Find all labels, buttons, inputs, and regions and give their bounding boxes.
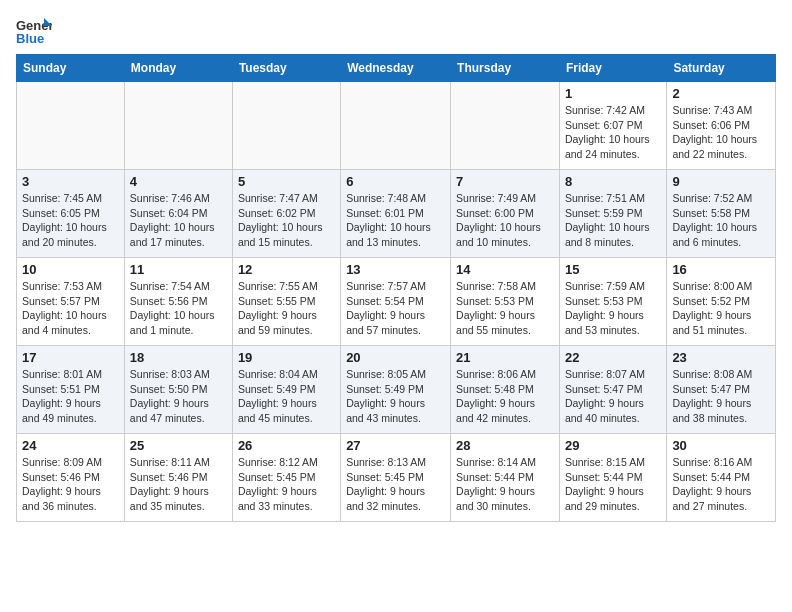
day-detail: Sunrise: 7:58 AM Sunset: 5:53 PM Dayligh… xyxy=(456,279,554,338)
calendar-cell: 10Sunrise: 7:53 AM Sunset: 5:57 PM Dayli… xyxy=(17,258,125,346)
svg-text:Blue: Blue xyxy=(16,31,44,46)
weekday-header: Friday xyxy=(559,55,666,82)
calendar-cell: 3Sunrise: 7:45 AM Sunset: 6:05 PM Daylig… xyxy=(17,170,125,258)
calendar-cell: 5Sunrise: 7:47 AM Sunset: 6:02 PM Daylig… xyxy=(232,170,340,258)
calendar-cell: 26Sunrise: 8:12 AM Sunset: 5:45 PM Dayli… xyxy=(232,434,340,522)
day-number: 2 xyxy=(672,86,770,101)
day-detail: Sunrise: 8:06 AM Sunset: 5:48 PM Dayligh… xyxy=(456,367,554,426)
calendar-cell: 15Sunrise: 7:59 AM Sunset: 5:53 PM Dayli… xyxy=(559,258,666,346)
weekday-header: Saturday xyxy=(667,55,776,82)
day-detail: Sunrise: 8:01 AM Sunset: 5:51 PM Dayligh… xyxy=(22,367,119,426)
day-detail: Sunrise: 8:00 AM Sunset: 5:52 PM Dayligh… xyxy=(672,279,770,338)
calendar-cell xyxy=(341,82,451,170)
calendar-header-row: SundayMondayTuesdayWednesdayThursdayFrid… xyxy=(17,55,776,82)
calendar-cell: 7Sunrise: 7:49 AM Sunset: 6:00 PM Daylig… xyxy=(451,170,560,258)
calendar-cell: 13Sunrise: 7:57 AM Sunset: 5:54 PM Dayli… xyxy=(341,258,451,346)
day-detail: Sunrise: 8:12 AM Sunset: 5:45 PM Dayligh… xyxy=(238,455,335,514)
calendar-cell: 11Sunrise: 7:54 AM Sunset: 5:56 PM Dayli… xyxy=(124,258,232,346)
day-number: 17 xyxy=(22,350,119,365)
calendar-cell: 20Sunrise: 8:05 AM Sunset: 5:49 PM Dayli… xyxy=(341,346,451,434)
day-number: 1 xyxy=(565,86,661,101)
calendar-table: SundayMondayTuesdayWednesdayThursdayFrid… xyxy=(16,54,776,522)
calendar-cell: 2Sunrise: 7:43 AM Sunset: 6:06 PM Daylig… xyxy=(667,82,776,170)
day-detail: Sunrise: 7:45 AM Sunset: 6:05 PM Dayligh… xyxy=(22,191,119,250)
weekday-header: Monday xyxy=(124,55,232,82)
calendar-cell: 17Sunrise: 8:01 AM Sunset: 5:51 PM Dayli… xyxy=(17,346,125,434)
weekday-header: Tuesday xyxy=(232,55,340,82)
day-number: 28 xyxy=(456,438,554,453)
logo-icon: General Blue xyxy=(16,16,52,46)
weekday-header: Thursday xyxy=(451,55,560,82)
page-header: General Blue xyxy=(16,16,776,46)
day-number: 14 xyxy=(456,262,554,277)
day-detail: Sunrise: 7:47 AM Sunset: 6:02 PM Dayligh… xyxy=(238,191,335,250)
day-detail: Sunrise: 7:54 AM Sunset: 5:56 PM Dayligh… xyxy=(130,279,227,338)
day-number: 16 xyxy=(672,262,770,277)
calendar-cell xyxy=(17,82,125,170)
day-detail: Sunrise: 8:16 AM Sunset: 5:44 PM Dayligh… xyxy=(672,455,770,514)
calendar-cell: 19Sunrise: 8:04 AM Sunset: 5:49 PM Dayli… xyxy=(232,346,340,434)
calendar-cell: 18Sunrise: 8:03 AM Sunset: 5:50 PM Dayli… xyxy=(124,346,232,434)
day-number: 7 xyxy=(456,174,554,189)
day-number: 15 xyxy=(565,262,661,277)
calendar-cell: 29Sunrise: 8:15 AM Sunset: 5:44 PM Dayli… xyxy=(559,434,666,522)
calendar-week-row: 10Sunrise: 7:53 AM Sunset: 5:57 PM Dayli… xyxy=(17,258,776,346)
calendar-cell xyxy=(451,82,560,170)
weekday-header: Sunday xyxy=(17,55,125,82)
calendar-cell: 14Sunrise: 7:58 AM Sunset: 5:53 PM Dayli… xyxy=(451,258,560,346)
day-number: 5 xyxy=(238,174,335,189)
calendar-cell: 24Sunrise: 8:09 AM Sunset: 5:46 PM Dayli… xyxy=(17,434,125,522)
day-detail: Sunrise: 7:49 AM Sunset: 6:00 PM Dayligh… xyxy=(456,191,554,250)
day-number: 13 xyxy=(346,262,445,277)
day-detail: Sunrise: 8:14 AM Sunset: 5:44 PM Dayligh… xyxy=(456,455,554,514)
calendar-cell: 23Sunrise: 8:08 AM Sunset: 5:47 PM Dayli… xyxy=(667,346,776,434)
day-number: 3 xyxy=(22,174,119,189)
calendar-cell: 21Sunrise: 8:06 AM Sunset: 5:48 PM Dayli… xyxy=(451,346,560,434)
day-number: 10 xyxy=(22,262,119,277)
calendar-cell: 8Sunrise: 7:51 AM Sunset: 5:59 PM Daylig… xyxy=(559,170,666,258)
logo: General Blue xyxy=(16,16,52,46)
day-detail: Sunrise: 8:08 AM Sunset: 5:47 PM Dayligh… xyxy=(672,367,770,426)
calendar-cell xyxy=(124,82,232,170)
day-number: 26 xyxy=(238,438,335,453)
day-detail: Sunrise: 8:05 AM Sunset: 5:49 PM Dayligh… xyxy=(346,367,445,426)
calendar-cell: 9Sunrise: 7:52 AM Sunset: 5:58 PM Daylig… xyxy=(667,170,776,258)
calendar-cell: 6Sunrise: 7:48 AM Sunset: 6:01 PM Daylig… xyxy=(341,170,451,258)
day-detail: Sunrise: 7:46 AM Sunset: 6:04 PM Dayligh… xyxy=(130,191,227,250)
day-detail: Sunrise: 7:42 AM Sunset: 6:07 PM Dayligh… xyxy=(565,103,661,162)
day-detail: Sunrise: 7:59 AM Sunset: 5:53 PM Dayligh… xyxy=(565,279,661,338)
day-detail: Sunrise: 7:53 AM Sunset: 5:57 PM Dayligh… xyxy=(22,279,119,338)
day-number: 24 xyxy=(22,438,119,453)
calendar-week-row: 1Sunrise: 7:42 AM Sunset: 6:07 PM Daylig… xyxy=(17,82,776,170)
day-detail: Sunrise: 8:15 AM Sunset: 5:44 PM Dayligh… xyxy=(565,455,661,514)
day-number: 11 xyxy=(130,262,227,277)
day-detail: Sunrise: 8:09 AM Sunset: 5:46 PM Dayligh… xyxy=(22,455,119,514)
day-number: 18 xyxy=(130,350,227,365)
calendar-cell: 16Sunrise: 8:00 AM Sunset: 5:52 PM Dayli… xyxy=(667,258,776,346)
calendar-cell: 12Sunrise: 7:55 AM Sunset: 5:55 PM Dayli… xyxy=(232,258,340,346)
day-detail: Sunrise: 8:11 AM Sunset: 5:46 PM Dayligh… xyxy=(130,455,227,514)
day-detail: Sunrise: 8:07 AM Sunset: 5:47 PM Dayligh… xyxy=(565,367,661,426)
calendar-cell: 1Sunrise: 7:42 AM Sunset: 6:07 PM Daylig… xyxy=(559,82,666,170)
calendar-cell: 27Sunrise: 8:13 AM Sunset: 5:45 PM Dayli… xyxy=(341,434,451,522)
day-number: 21 xyxy=(456,350,554,365)
day-number: 6 xyxy=(346,174,445,189)
day-number: 9 xyxy=(672,174,770,189)
day-number: 8 xyxy=(565,174,661,189)
day-number: 12 xyxy=(238,262,335,277)
day-number: 20 xyxy=(346,350,445,365)
day-number: 25 xyxy=(130,438,227,453)
day-number: 27 xyxy=(346,438,445,453)
day-number: 30 xyxy=(672,438,770,453)
calendar-cell: 30Sunrise: 8:16 AM Sunset: 5:44 PM Dayli… xyxy=(667,434,776,522)
day-number: 22 xyxy=(565,350,661,365)
day-number: 23 xyxy=(672,350,770,365)
day-detail: Sunrise: 8:13 AM Sunset: 5:45 PM Dayligh… xyxy=(346,455,445,514)
day-detail: Sunrise: 7:48 AM Sunset: 6:01 PM Dayligh… xyxy=(346,191,445,250)
calendar-cell: 25Sunrise: 8:11 AM Sunset: 5:46 PM Dayli… xyxy=(124,434,232,522)
day-detail: Sunrise: 7:55 AM Sunset: 5:55 PM Dayligh… xyxy=(238,279,335,338)
calendar-week-row: 17Sunrise: 8:01 AM Sunset: 5:51 PM Dayli… xyxy=(17,346,776,434)
day-number: 19 xyxy=(238,350,335,365)
day-detail: Sunrise: 7:52 AM Sunset: 5:58 PM Dayligh… xyxy=(672,191,770,250)
calendar-cell xyxy=(232,82,340,170)
